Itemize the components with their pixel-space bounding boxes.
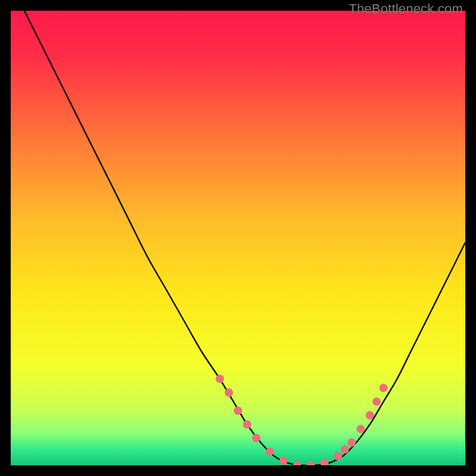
data-point-marker — [347, 439, 356, 447]
data-point-marker — [356, 425, 365, 433]
data-point-marker — [372, 397, 381, 406]
watermark-text: TheBottleneck.com — [349, 1, 463, 17]
data-point-marker — [215, 375, 224, 383]
chart-svg — [11, 11, 465, 465]
chart-frame — [11, 11, 465, 465]
gradient-background — [11, 11, 465, 465]
data-point-marker — [234, 406, 242, 415]
data-point-marker — [334, 452, 342, 461]
data-point-marker — [225, 389, 233, 397]
data-point-marker — [380, 384, 388, 392]
data-point-marker — [341, 445, 349, 453]
data-point-marker — [266, 447, 274, 456]
data-point-marker — [243, 420, 251, 428]
data-point-marker — [279, 456, 287, 465]
data-point-marker — [252, 434, 261, 442]
data-point-marker — [366, 411, 374, 419]
